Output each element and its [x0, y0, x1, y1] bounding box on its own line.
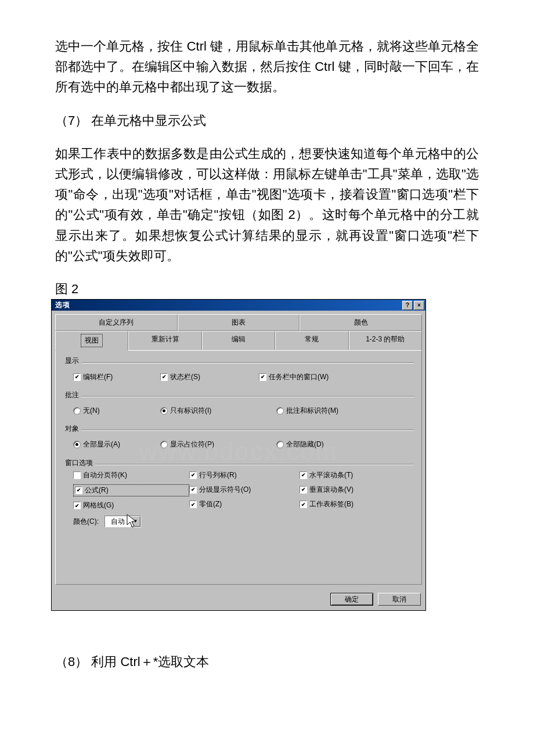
tab-123-help[interactable]: 1-2-3 的帮助	[349, 331, 422, 350]
chk-status-bar[interactable]	[160, 373, 168, 381]
ok-button[interactable]: 确定	[330, 593, 373, 606]
watermark: www.bdocx.com	[139, 432, 338, 471]
tab-edit[interactable]: 编辑	[202, 331, 275, 350]
chk-row-col-headers[interactable]	[189, 471, 197, 479]
gridline-color-select[interactable]: 自动 ▼	[104, 516, 141, 527]
group-display: 显示	[63, 355, 81, 366]
radio-comment-none[interactable]	[73, 407, 81, 415]
chk-window-in-taskbar[interactable]	[259, 373, 266, 381]
tab-view[interactable]: 视图	[55, 331, 128, 351]
chk-formulas[interactable]	[75, 487, 82, 494]
chk-h-scroll[interactable]	[300, 471, 307, 479]
chk-formula-bar[interactable]	[73, 373, 81, 381]
help-button[interactable]: ?	[402, 301, 413, 310]
radio-comment-indicator[interactable]	[160, 407, 168, 415]
titlebar: 选项 ? ×	[52, 300, 425, 311]
radio-comment-both[interactable]	[276, 407, 284, 415]
group-window: 窗口选项	[63, 458, 95, 469]
figure-label: 图 2	[55, 279, 479, 299]
chk-v-scroll[interactable]	[300, 486, 307, 494]
heading-8: （8） 利用 Ctrl＋*选取文本	[55, 651, 479, 672]
tab-chart[interactable]: 图表	[178, 314, 300, 331]
tab-general[interactable]: 常规	[275, 331, 348, 350]
tab-recalc[interactable]: 重新计算	[128, 331, 201, 350]
radio-obj-show-all[interactable]	[73, 441, 81, 448]
chk-sheet-tabs[interactable]	[300, 501, 307, 508]
dropdown-arrow-icon: ▼	[131, 516, 140, 527]
cancel-button[interactable]: 取消	[378, 593, 421, 606]
paragraph-2: 如果工作表中的数据多数是由公式生成的，想要快速知道每个单元格中的公式形式，以便编…	[55, 143, 479, 266]
chk-outline-symbols[interactable]	[189, 486, 197, 494]
heading-7: （7） 在单元格中显示公式	[55, 110, 479, 131]
group-comment: 批注	[63, 390, 81, 401]
radio-obj-hide-all[interactable]	[276, 441, 284, 448]
options-dialog: 选项 ? × 自定义序列 图表 颜色 视图 重新计算 编辑 常规 1-2-3 的…	[51, 299, 426, 611]
close-button[interactable]: ×	[414, 301, 424, 310]
color-label: 颜色(C):	[73, 516, 99, 527]
paragraph-1: 选中一个单元格，按住 Ctrl 键，用鼠标单击其他单元格，就将这些单元格全部都选…	[55, 36, 479, 98]
chk-zero-values[interactable]	[189, 501, 197, 508]
radio-obj-placeholders[interactable]	[160, 441, 168, 448]
tab-color[interactable]: 颜色	[300, 314, 422, 331]
chk-gridlines[interactable]	[73, 502, 81, 509]
dialog-title: 选项	[53, 300, 401, 311]
group-object: 对象	[63, 423, 81, 434]
tab-custom-lists[interactable]: 自定义序列	[55, 314, 178, 331]
chk-page-breaks[interactable]	[73, 471, 81, 479]
